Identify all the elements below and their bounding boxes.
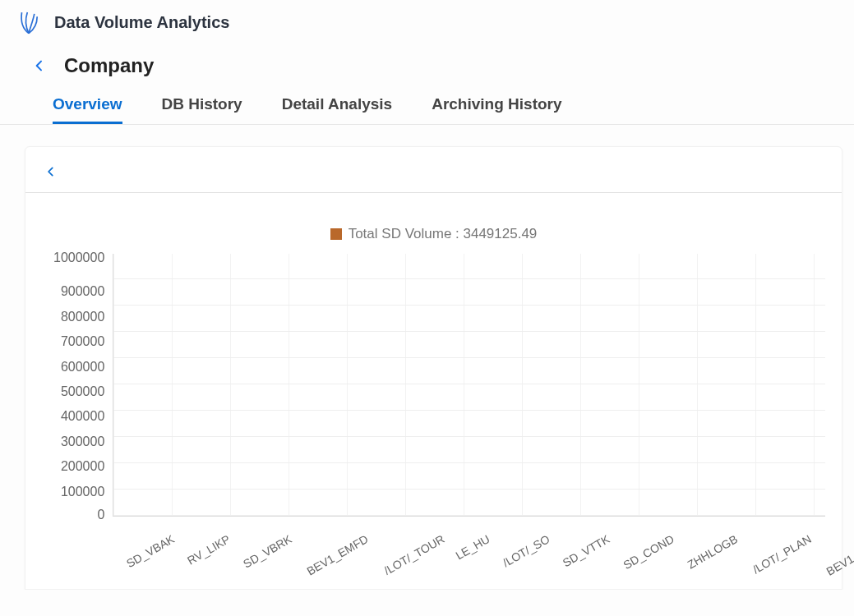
y-tick: 600000 [61,361,104,374]
y-tick: 1000000 [53,251,104,264]
card-back-button[interactable] [25,159,842,192]
page-title-row: Company [0,41,854,87]
page-title: Company [64,54,154,77]
legend-swatch [330,228,342,240]
y-tick: 400000 [61,410,104,423]
y-tick: 300000 [61,435,104,448]
y-tick: 800000 [61,310,104,324]
tab-detail-analysis[interactable]: Detail Analysis [282,87,392,124]
logo-icon [15,8,43,36]
app-title: Data Volume Analytics [54,13,229,32]
chart-card: Total SD Volume : 3449125.49 10000009000… [25,146,842,590]
tab-overview[interactable]: Overview [53,87,122,124]
chevron-left-icon [45,165,57,178]
y-tick: 500000 [61,385,104,398]
tab-db-history[interactable]: DB History [162,87,242,124]
x-axis: SD_VBAKRV_LIKPSD_VBRKBEV1_EMFD/LOT/_TOUR… [34,523,833,581]
app-header: Data Volume Analytics [0,0,854,41]
tabs: Overview DB History Detail Analysis Arch… [0,87,854,125]
y-tick: 900000 [61,285,104,298]
y-tick: 0 [97,508,104,522]
y-tick: 700000 [61,335,104,348]
chevron-left-icon [33,58,46,73]
x-tick: BEV1_EMFD [305,528,398,590]
y-tick: 100000 [61,485,104,499]
y-tick: 200000 [61,460,104,473]
y-axis: 1000000900000800000700000600000500000400… [53,254,113,517]
x-tick: /LOT/_PLAN [750,528,840,590]
back-button[interactable] [25,55,54,76]
tab-archiving-history[interactable]: Archiving History [432,87,561,124]
grid-area [113,254,825,517]
plot-area: 1000000900000800000700000600000500000400… [34,254,833,517]
legend-label: Total SD Volume : 3449125.49 [349,226,538,242]
chart: Total SD Volume : 3449125.49 10000009000… [25,201,842,589]
chart-legend: Total SD Volume : 3449125.49 [34,226,833,242]
divider [25,192,842,193]
x-tick: SD_VBRK [241,528,321,590]
bars [113,254,825,516]
x-tick: ZHHLOGB [686,528,767,590]
